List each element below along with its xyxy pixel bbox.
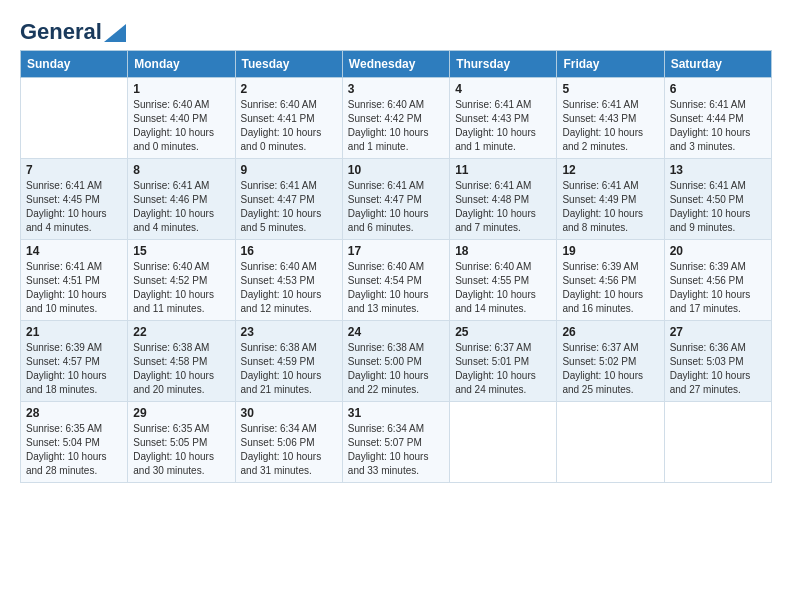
- weekday-header-monday: Monday: [128, 51, 235, 78]
- day-info: Sunrise: 6:41 AM Sunset: 4:44 PM Dayligh…: [670, 98, 766, 154]
- day-number: 27: [670, 325, 766, 339]
- calendar-cell: 31Sunrise: 6:34 AM Sunset: 5:07 PM Dayli…: [342, 402, 449, 483]
- day-number: 24: [348, 325, 444, 339]
- weekday-header-wednesday: Wednesday: [342, 51, 449, 78]
- day-info: Sunrise: 6:40 AM Sunset: 4:40 PM Dayligh…: [133, 98, 229, 154]
- calendar-cell: 19Sunrise: 6:39 AM Sunset: 4:56 PM Dayli…: [557, 240, 664, 321]
- day-number: 8: [133, 163, 229, 177]
- day-info: Sunrise: 6:41 AM Sunset: 4:43 PM Dayligh…: [455, 98, 551, 154]
- day-number: 22: [133, 325, 229, 339]
- day-number: 30: [241, 406, 337, 420]
- day-number: 5: [562, 82, 658, 96]
- calendar-cell: 17Sunrise: 6:40 AM Sunset: 4:54 PM Dayli…: [342, 240, 449, 321]
- calendar-cell: 23Sunrise: 6:38 AM Sunset: 4:59 PM Dayli…: [235, 321, 342, 402]
- day-number: 20: [670, 244, 766, 258]
- calendar-cell: 6Sunrise: 6:41 AM Sunset: 4:44 PM Daylig…: [664, 78, 771, 159]
- calendar-cell: 5Sunrise: 6:41 AM Sunset: 4:43 PM Daylig…: [557, 78, 664, 159]
- day-info: Sunrise: 6:40 AM Sunset: 4:42 PM Dayligh…: [348, 98, 444, 154]
- day-info: Sunrise: 6:34 AM Sunset: 5:06 PM Dayligh…: [241, 422, 337, 478]
- weekday-header-sunday: Sunday: [21, 51, 128, 78]
- day-info: Sunrise: 6:35 AM Sunset: 5:05 PM Dayligh…: [133, 422, 229, 478]
- day-info: Sunrise: 6:41 AM Sunset: 4:47 PM Dayligh…: [241, 179, 337, 235]
- day-info: Sunrise: 6:40 AM Sunset: 4:55 PM Dayligh…: [455, 260, 551, 316]
- day-number: 26: [562, 325, 658, 339]
- calendar-cell: [557, 402, 664, 483]
- calendar-cell: 24Sunrise: 6:38 AM Sunset: 5:00 PM Dayli…: [342, 321, 449, 402]
- svg-marker-0: [104, 24, 126, 42]
- day-number: 18: [455, 244, 551, 258]
- day-number: 14: [26, 244, 122, 258]
- calendar-cell: 7Sunrise: 6:41 AM Sunset: 4:45 PM Daylig…: [21, 159, 128, 240]
- day-info: Sunrise: 6:36 AM Sunset: 5:03 PM Dayligh…: [670, 341, 766, 397]
- day-number: 12: [562, 163, 658, 177]
- day-info: Sunrise: 6:41 AM Sunset: 4:50 PM Dayligh…: [670, 179, 766, 235]
- calendar-cell: [664, 402, 771, 483]
- day-number: 6: [670, 82, 766, 96]
- calendar-cell: 4Sunrise: 6:41 AM Sunset: 4:43 PM Daylig…: [450, 78, 557, 159]
- calendar-cell: 22Sunrise: 6:38 AM Sunset: 4:58 PM Dayli…: [128, 321, 235, 402]
- weekday-header-saturday: Saturday: [664, 51, 771, 78]
- day-info: Sunrise: 6:34 AM Sunset: 5:07 PM Dayligh…: [348, 422, 444, 478]
- day-number: 25: [455, 325, 551, 339]
- calendar-cell: 20Sunrise: 6:39 AM Sunset: 4:56 PM Dayli…: [664, 240, 771, 321]
- day-number: 21: [26, 325, 122, 339]
- day-number: 1: [133, 82, 229, 96]
- calendar-cell: 28Sunrise: 6:35 AM Sunset: 5:04 PM Dayli…: [21, 402, 128, 483]
- weekday-header-friday: Friday: [557, 51, 664, 78]
- weekday-header-tuesday: Tuesday: [235, 51, 342, 78]
- day-number: 13: [670, 163, 766, 177]
- logo: General: [20, 20, 126, 40]
- calendar-cell: 16Sunrise: 6:40 AM Sunset: 4:53 PM Dayli…: [235, 240, 342, 321]
- day-number: 11: [455, 163, 551, 177]
- day-info: Sunrise: 6:35 AM Sunset: 5:04 PM Dayligh…: [26, 422, 122, 478]
- calendar-cell: 27Sunrise: 6:36 AM Sunset: 5:03 PM Dayli…: [664, 321, 771, 402]
- day-info: Sunrise: 6:41 AM Sunset: 4:51 PM Dayligh…: [26, 260, 122, 316]
- day-info: Sunrise: 6:39 AM Sunset: 4:56 PM Dayligh…: [670, 260, 766, 316]
- calendar-cell: 21Sunrise: 6:39 AM Sunset: 4:57 PM Dayli…: [21, 321, 128, 402]
- day-number: 3: [348, 82, 444, 96]
- calendar-cell: 9Sunrise: 6:41 AM Sunset: 4:47 PM Daylig…: [235, 159, 342, 240]
- calendar-cell: 13Sunrise: 6:41 AM Sunset: 4:50 PM Dayli…: [664, 159, 771, 240]
- calendar-cell: 15Sunrise: 6:40 AM Sunset: 4:52 PM Dayli…: [128, 240, 235, 321]
- calendar-cell: 18Sunrise: 6:40 AM Sunset: 4:55 PM Dayli…: [450, 240, 557, 321]
- calendar-cell: 25Sunrise: 6:37 AM Sunset: 5:01 PM Dayli…: [450, 321, 557, 402]
- calendar-cell: [21, 78, 128, 159]
- day-info: Sunrise: 6:40 AM Sunset: 4:41 PM Dayligh…: [241, 98, 337, 154]
- day-info: Sunrise: 6:41 AM Sunset: 4:45 PM Dayligh…: [26, 179, 122, 235]
- calendar-cell: 10Sunrise: 6:41 AM Sunset: 4:47 PM Dayli…: [342, 159, 449, 240]
- day-info: Sunrise: 6:41 AM Sunset: 4:48 PM Dayligh…: [455, 179, 551, 235]
- logo-text: General: [20, 20, 126, 44]
- day-number: 28: [26, 406, 122, 420]
- calendar-table: SundayMondayTuesdayWednesdayThursdayFrid…: [20, 50, 772, 483]
- calendar-cell: 1Sunrise: 6:40 AM Sunset: 4:40 PM Daylig…: [128, 78, 235, 159]
- day-number: 23: [241, 325, 337, 339]
- calendar-cell: 26Sunrise: 6:37 AM Sunset: 5:02 PM Dayli…: [557, 321, 664, 402]
- page-header: General: [20, 20, 772, 40]
- calendar-cell: 30Sunrise: 6:34 AM Sunset: 5:06 PM Dayli…: [235, 402, 342, 483]
- day-info: Sunrise: 6:38 AM Sunset: 4:59 PM Dayligh…: [241, 341, 337, 397]
- day-number: 17: [348, 244, 444, 258]
- day-number: 9: [241, 163, 337, 177]
- day-info: Sunrise: 6:41 AM Sunset: 4:49 PM Dayligh…: [562, 179, 658, 235]
- day-info: Sunrise: 6:39 AM Sunset: 4:56 PM Dayligh…: [562, 260, 658, 316]
- day-info: Sunrise: 6:38 AM Sunset: 4:58 PM Dayligh…: [133, 341, 229, 397]
- day-info: Sunrise: 6:41 AM Sunset: 4:46 PM Dayligh…: [133, 179, 229, 235]
- calendar-cell: 11Sunrise: 6:41 AM Sunset: 4:48 PM Dayli…: [450, 159, 557, 240]
- day-info: Sunrise: 6:41 AM Sunset: 4:47 PM Dayligh…: [348, 179, 444, 235]
- day-info: Sunrise: 6:40 AM Sunset: 4:52 PM Dayligh…: [133, 260, 229, 316]
- day-info: Sunrise: 6:37 AM Sunset: 5:02 PM Dayligh…: [562, 341, 658, 397]
- calendar-cell: 3Sunrise: 6:40 AM Sunset: 4:42 PM Daylig…: [342, 78, 449, 159]
- calendar-cell: 12Sunrise: 6:41 AM Sunset: 4:49 PM Dayli…: [557, 159, 664, 240]
- day-number: 4: [455, 82, 551, 96]
- day-number: 31: [348, 406, 444, 420]
- day-info: Sunrise: 6:41 AM Sunset: 4:43 PM Dayligh…: [562, 98, 658, 154]
- day-info: Sunrise: 6:38 AM Sunset: 5:00 PM Dayligh…: [348, 341, 444, 397]
- day-info: Sunrise: 6:39 AM Sunset: 4:57 PM Dayligh…: [26, 341, 122, 397]
- day-number: 7: [26, 163, 122, 177]
- day-info: Sunrise: 6:40 AM Sunset: 4:53 PM Dayligh…: [241, 260, 337, 316]
- day-number: 10: [348, 163, 444, 177]
- calendar-cell: 29Sunrise: 6:35 AM Sunset: 5:05 PM Dayli…: [128, 402, 235, 483]
- calendar-cell: 8Sunrise: 6:41 AM Sunset: 4:46 PM Daylig…: [128, 159, 235, 240]
- calendar-cell: 14Sunrise: 6:41 AM Sunset: 4:51 PM Dayli…: [21, 240, 128, 321]
- day-number: 2: [241, 82, 337, 96]
